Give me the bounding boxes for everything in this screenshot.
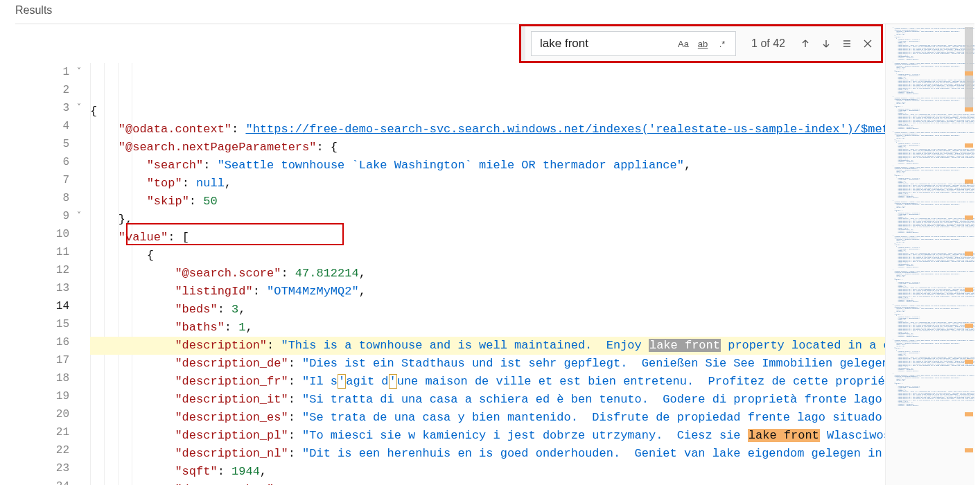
minimap-match-marker (965, 360, 973, 364)
line-number: 12 (15, 261, 73, 279)
line-number: 7 (15, 171, 73, 189)
find-prev-button[interactable] (795, 33, 816, 54)
code-line[interactable]: "description_nl": "Dit is een herenhuis … (90, 445, 886, 463)
code-line[interactable]: "baths": 1, (90, 319, 886, 337)
minimap-match-marker (965, 324, 973, 328)
find-status: 1 of 42 (751, 37, 785, 50)
line-number: 2 (15, 81, 73, 99)
find-selection-button[interactable] (837, 33, 857, 54)
code-line[interactable]: }, (90, 211, 886, 229)
find-close-button[interactable] (857, 33, 878, 54)
code-line[interactable]: "sqft": 1944, (90, 463, 886, 481)
code-line[interactable]: { (90, 103, 886, 121)
line-number: 3˅ (15, 99, 73, 117)
line-number: 10 (15, 225, 73, 243)
code-line[interactable]: { (90, 247, 886, 265)
minimap-match-marker (965, 215, 973, 220)
fold-chevron-icon[interactable]: ˅ (73, 99, 85, 117)
line-number: 16 (15, 333, 73, 351)
line-number: 4 (15, 117, 73, 135)
line-number: 13 (15, 279, 73, 297)
minimap-match-marker (965, 448, 973, 452)
minimap-match-marker (965, 143, 973, 148)
code-line[interactable]: "@odata.context": "https://free-demo-sea… (90, 121, 886, 139)
code-line[interactable]: "skip": 50 (90, 193, 886, 211)
code-line[interactable]: "description_de": "Dies ist ein Stadthau… (90, 355, 886, 373)
line-number: 14 (15, 297, 73, 315)
code-line[interactable]: "search": "Seattle townhouse `Lake Washi… (90, 157, 886, 175)
code-line[interactable]: "description_es": "Se trata de una casa … (90, 409, 886, 427)
minimap[interactable]: { "@odata.context": "https://free-demo-s… (885, 24, 974, 485)
line-number: 8 (15, 189, 73, 207)
line-number-gutter: 1˅23˅456789˅1011121314151617181920212223… (15, 24, 73, 485)
line-number: 15 (15, 315, 73, 333)
match-case-icon[interactable]: Aa (674, 35, 692, 53)
code-line[interactable]: "beds": 3, (90, 301, 886, 319)
minimap-content: { "@odata.context": "https://free-demo-s… (886, 24, 974, 411)
line-number: 6 (15, 153, 73, 171)
code-content[interactable]: { "@odata.context": "https://free-demo-s… (90, 63, 886, 485)
minimap-match-marker (965, 107, 973, 112)
editor-shell: Aa ab .* 1 of 42 1˅23˅456789˅10111213141… (15, 24, 974, 485)
code-line[interactable]: "description": "This is a townhouse and … (90, 337, 886, 355)
code-line[interactable]: "@search.nextPageParameters": { (90, 139, 886, 157)
line-number: 23 (15, 459, 73, 477)
code-line[interactable]: "daysOnMarket": 48, (90, 481, 886, 485)
find-input[interactable] (539, 36, 673, 51)
find-next-button[interactable] (816, 33, 837, 54)
fold-chevron-icon[interactable]: ˅ (73, 63, 85, 81)
line-number: 19 (15, 387, 73, 405)
find-bar: Aa ab .* 1 of 42 (519, 24, 883, 63)
code-line[interactable]: "value": [ (90, 229, 886, 247)
use-regex-icon[interactable]: .* (713, 35, 731, 53)
code-line[interactable]: "listingId": "OTM4MzMyMQ2", (90, 283, 886, 301)
code-area[interactable]: 1˅23˅456789˅1011121314151617181920212223… (15, 24, 886, 485)
line-number: 17 (15, 351, 73, 369)
code-line[interactable]: "description_fr": "Il s'agit d'une maiso… (90, 373, 886, 391)
line-number: 1˅ (15, 63, 73, 81)
minimap-match-marker (965, 288, 973, 292)
line-number: 24 (15, 477, 73, 485)
line-number: 11 (15, 243, 73, 261)
line-number: 9˅ (15, 207, 73, 225)
line-number: 20 (15, 405, 73, 423)
find-current-match: lake front (649, 339, 721, 352)
code-line[interactable]: "description_pl": "To miesci sie w kamie… (90, 427, 886, 445)
find-match: lake front (748, 429, 820, 442)
code-line[interactable]: "@search.score": 47.812214, (90, 265, 886, 283)
minimap-match-marker (965, 179, 973, 184)
minimap-match-marker (965, 71, 973, 76)
line-number: 18 (15, 369, 73, 387)
minimap-match-marker (965, 412, 973, 416)
line-number: 22 (15, 441, 73, 459)
line-number: 21 (15, 423, 73, 441)
find-input-wrap: Aa ab .* (531, 31, 736, 56)
code-line[interactable]: "top": null, (90, 175, 886, 193)
fold-chevron-icon[interactable]: ˅ (73, 207, 85, 225)
panel-title: Results (0, 0, 980, 19)
match-whole-word-icon[interactable]: ab (694, 35, 712, 53)
find-expand-handle[interactable] (521, 26, 525, 61)
code-line[interactable]: "description_it": "Si tratta di una casa… (90, 391, 886, 409)
minimap-scrollbar[interactable] (965, 27, 973, 110)
line-number: 5 (15, 135, 73, 153)
minimap-match-marker (965, 252, 973, 256)
